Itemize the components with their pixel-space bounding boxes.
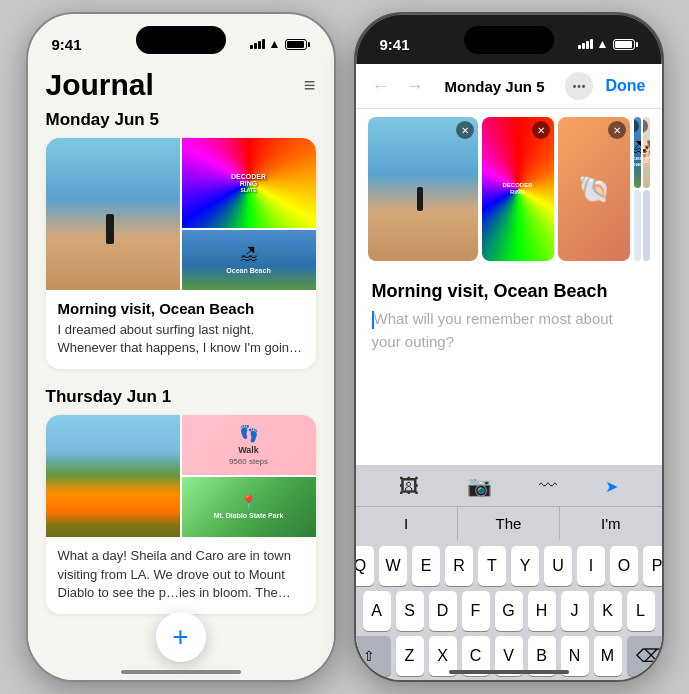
key-i[interactable]: I bbox=[577, 546, 605, 586]
key-row-2: A S D F G H J K L bbox=[360, 591, 658, 631]
images-strip: ✕ ✕ DECODER RING ✕ 🐚 bbox=[356, 109, 662, 269]
toolbar-right: ••• Done bbox=[565, 72, 645, 100]
key-g[interactable]: G bbox=[495, 591, 523, 631]
more-options-button[interactable]: ••• bbox=[565, 72, 593, 100]
walk-image: 👣 Walk 9560 steps bbox=[182, 415, 316, 475]
predict-item-3[interactable]: I'm bbox=[560, 507, 661, 540]
key-d[interactable]: D bbox=[429, 591, 457, 631]
remove-ocean-button[interactable]: ✕ bbox=[634, 119, 639, 133]
redo-button[interactable]: → bbox=[406, 76, 424, 97]
accessory-bar: 🖼 📷 〰 ➤ bbox=[356, 465, 662, 506]
key-u[interactable]: U bbox=[544, 546, 572, 586]
journal-header: Journal ≡ bbox=[46, 64, 316, 102]
decoder-ring-image: DECODER RING SLATE bbox=[182, 138, 316, 228]
signal-icon-left bbox=[250, 39, 265, 49]
key-f[interactable]: F bbox=[462, 591, 490, 631]
compose-content[interactable]: Morning visit, Ocean Beach What will you… bbox=[356, 269, 662, 465]
key-q[interactable]: Q bbox=[356, 546, 375, 586]
key-row-1: Q W E R T Y U I O P bbox=[360, 546, 658, 586]
send-accessory-button[interactable]: ➤ bbox=[605, 477, 618, 496]
journal-card-1[interactable]: DECODER RING SLATE 🐚 🏖 Ocean Beach bbox=[46, 138, 316, 369]
shift-key[interactable]: ⇧ bbox=[356, 636, 391, 676]
remove-decoder-button[interactable]: ✕ bbox=[532, 121, 550, 139]
mt-diablo-label: Mt. Diablo State Park bbox=[214, 512, 284, 520]
remove-dog-button[interactable]: ✕ bbox=[643, 119, 648, 133]
status-icons-right: ▲ bbox=[578, 37, 638, 51]
waveform-accessory-button[interactable]: 〰 bbox=[539, 476, 557, 497]
remove-shell-button[interactable]: ✕ bbox=[608, 121, 626, 139]
dynamic-island-right bbox=[464, 26, 554, 54]
ocean-beach-label: Ocean Beach bbox=[226, 267, 270, 275]
card-body-1: I dreamed about surfing last night. When… bbox=[58, 321, 304, 357]
key-z[interactable]: Z bbox=[396, 636, 424, 676]
delete-key[interactable]: ⌫ bbox=[627, 636, 662, 676]
signal-icon-right bbox=[578, 39, 593, 49]
key-e[interactable]: E bbox=[412, 546, 440, 586]
key-m[interactable]: M bbox=[594, 636, 622, 676]
walk-steps: 9560 steps bbox=[229, 457, 268, 466]
poppies-image bbox=[46, 415, 180, 537]
left-phone: 9:41 ▲ Journal ≡ Monday Jun 5 bbox=[26, 12, 336, 682]
key-h[interactable]: H bbox=[528, 591, 556, 631]
key-w[interactable]: W bbox=[379, 546, 407, 586]
keyboard: Q W E R T Y U I O P A S D F G bbox=[356, 540, 662, 682]
key-s[interactable]: S bbox=[396, 591, 424, 631]
battery-icon-right bbox=[613, 39, 638, 50]
compose-placeholder: What will you remember most about your o… bbox=[372, 308, 646, 353]
space-key[interactable]: space bbox=[395, 681, 575, 682]
wifi-icon-left: ▲ bbox=[269, 37, 281, 51]
add-entry-button[interactable]: + bbox=[156, 612, 206, 662]
card-images-2: 👣 Walk 9560 steps 📍 Mt. Diablo State Par… bbox=[46, 415, 316, 537]
filter-icon[interactable]: ≡ bbox=[304, 74, 316, 97]
strip-beach-figure bbox=[417, 187, 423, 211]
emoji-key[interactable]: 😊 bbox=[362, 681, 390, 682]
key-o[interactable]: O bbox=[610, 546, 638, 586]
predict-item-2[interactable]: The bbox=[458, 507, 560, 540]
key-k[interactable]: K bbox=[594, 591, 622, 631]
strip-small-grid: ✕ 🏖 Ocean Beach ✕ 🐕 bbox=[634, 117, 650, 261]
date-header-2: Thursday Jun 1 bbox=[46, 387, 316, 407]
toolbar-left: ← → bbox=[372, 76, 424, 97]
camera-accessory-button[interactable]: 📷 bbox=[467, 474, 492, 498]
numbers-key[interactable]: 123 bbox=[356, 681, 357, 682]
beach-image bbox=[46, 138, 180, 290]
strip-decoder-image: ✕ DECODER RING bbox=[482, 117, 554, 261]
remove-beach-button[interactable]: ✕ bbox=[456, 121, 474, 139]
key-a[interactable]: A bbox=[363, 591, 391, 631]
return-key[interactable]: return bbox=[580, 681, 662, 682]
journal-screen: Journal ≡ Monday Jun 5 DECODER RING bbox=[28, 64, 334, 680]
date-header-1: Monday Jun 5 bbox=[46, 110, 316, 130]
key-row-4: 123 😊 space return 🎤 bbox=[360, 681, 658, 682]
strip-ocean-label: Ocean Beach bbox=[634, 155, 641, 167]
home-indicator-right bbox=[449, 670, 569, 674]
card-title-1: Morning visit, Ocean Beach bbox=[58, 300, 304, 317]
predict-item-1[interactable]: I bbox=[356, 507, 458, 540]
strip-ocean-beach: ✕ 🏖 Ocean Beach bbox=[634, 117, 641, 188]
key-r[interactable]: R bbox=[445, 546, 473, 586]
strip-dog-image: ✕ 🐕 bbox=[643, 117, 650, 188]
time-right: 9:41 bbox=[380, 36, 410, 53]
predictive-row: I The I'm bbox=[356, 506, 662, 540]
status-icons-left: ▲ bbox=[250, 37, 310, 51]
surfer-figure bbox=[106, 214, 114, 244]
journal-card-2[interactable]: 👣 Walk 9560 steps 📍 Mt. Diablo State Par… bbox=[46, 415, 316, 614]
mt-diablo-pin: 📍 bbox=[240, 494, 257, 510]
walk-label: Walk bbox=[238, 445, 259, 455]
key-y[interactable]: Y bbox=[511, 546, 539, 586]
card-text-2: What a day! Sheila and Caro are in town … bbox=[46, 537, 316, 614]
dynamic-island-left bbox=[136, 26, 226, 54]
strip-decoder-text: DECODER RING bbox=[502, 182, 532, 195]
photo-accessory-button[interactable]: 🖼 bbox=[399, 475, 419, 498]
journal-title: Journal bbox=[46, 68, 154, 102]
home-indicator-left bbox=[121, 670, 241, 674]
key-j[interactable]: J bbox=[561, 591, 589, 631]
card-body-2: What a day! Sheila and Caro are in town … bbox=[58, 547, 304, 602]
key-l[interactable]: L bbox=[627, 591, 655, 631]
key-p[interactable]: P bbox=[643, 546, 662, 586]
compose-date: Monday Jun 5 bbox=[444, 78, 544, 95]
done-button[interactable]: Done bbox=[605, 77, 645, 95]
undo-button[interactable]: ← bbox=[372, 76, 390, 97]
compose-journal-title: Morning visit, Ocean Beach bbox=[372, 281, 646, 302]
compose-toolbar: ← → Monday Jun 5 ••• Done bbox=[356, 64, 662, 109]
key-t[interactable]: T bbox=[478, 546, 506, 586]
